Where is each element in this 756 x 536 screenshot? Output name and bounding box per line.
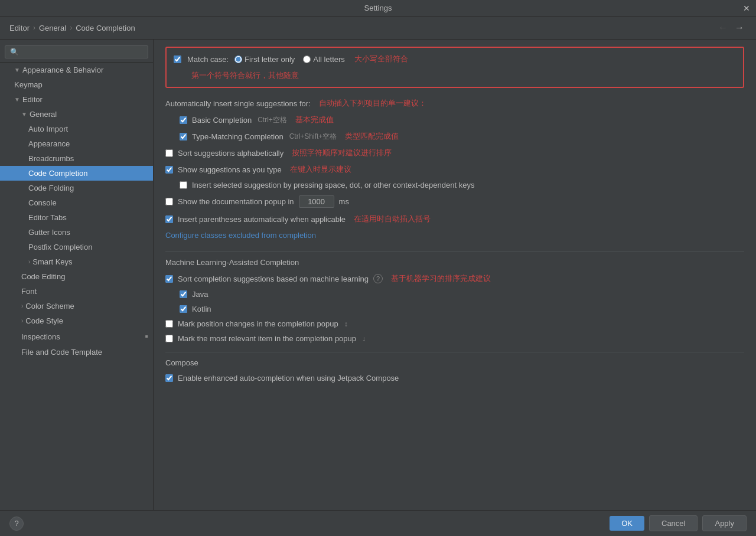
enable-enhanced-checkbox[interactable] [165,374,173,382]
basic-completion-checkbox[interactable] [180,116,187,124]
sidebar-item-label: Smart Keys [32,257,72,266]
type-matching-shortcut: Ctrl+Shift+空格 [289,132,337,142]
sort-by-ml-row: Sort completion suggestions based on mac… [165,270,744,287]
sort-alphabetically-checkbox[interactable] [165,149,173,157]
close-button[interactable]: ✕ [743,4,750,13]
all-letters-radio[interactable] [303,55,311,63]
sidebar-item-editor[interactable]: ▼ Editor [0,92,153,107]
mark-relevant-row: Mark the most relevant item in the compl… [165,331,744,346]
cancel-button[interactable]: Cancel [649,515,698,531]
mark-position-icon: ↕ [344,320,348,328]
insert-parentheses-row: Insert parentheses automatically when ap… [165,211,744,227]
type-matching-checkbox[interactable] [180,133,187,140]
type-matching-label: Type-Matching Completion [192,132,284,141]
java-row: Java [165,287,744,302]
sidebar-item-general[interactable]: ▼ General [0,107,153,122]
auto-insert-annotation: 自动插入下列项目的单一建议： [319,98,426,109]
breadcrumb-general[interactable]: General [39,24,66,32]
sidebar-item-postfix-completion[interactable]: Postfix Completion [0,240,153,254]
sidebar-item-console[interactable]: Console [0,195,153,210]
doc-popup-delay-input[interactable] [299,195,334,208]
sidebar-item-label: Font [21,287,37,296]
sidebar-item-editor-tabs[interactable]: Editor Tabs [0,210,153,225]
sort-by-ml-label: Sort completion suggestions based on mac… [178,274,369,283]
sidebar-item-code-editing[interactable]: Code Editing [0,269,153,284]
nav-forward-button[interactable]: → [732,21,747,34]
show-suggestions-row: Show suggestions as you type 在键入时显示建议 [165,161,744,178]
sidebar-item-label: Color Scheme [25,302,74,311]
sidebar-item-keymap[interactable]: Keymap [0,77,153,92]
match-case-label: Match case: [187,55,229,64]
type-matching-annotation: 类型匹配完成值 [345,131,399,142]
breadcrumb-code-completion: Code Completion [76,24,135,32]
sidebar-item-inspections[interactable]: Inspections ▪ [0,328,153,345]
sidebar-item-label: File and Code Template [21,348,102,357]
sidebar-item-auto-import[interactable]: Auto Import [0,122,153,136]
kotlin-checkbox[interactable] [180,305,187,313]
insert-by-space-label: Insert selected suggestion by pressing s… [192,181,474,189]
basic-completion-label: Basic Completion [192,116,252,125]
sidebar-search-container [0,42,153,63]
sidebar-item-breadcrumbs[interactable]: Breadcrumbs [0,151,153,166]
first-letter-label: First letter only [245,55,295,64]
show-suggestions-label: Show suggestions as you type [178,165,282,174]
match-case-checkbox[interactable] [174,55,181,63]
breadcrumb-sep-2: › [70,24,72,32]
show-suggestions-checkbox[interactable] [165,166,173,174]
doc-popup-unit: ms [339,197,349,206]
expand-icon: ▼ [21,111,27,117]
type-matching-row: Type-Matching Completion Ctrl+Shift+空格 类… [165,128,744,145]
section-divider-2 [165,352,744,352]
sort-alphabetically-row: Sort suggestions alphabetically 按照字符顺序对建… [165,145,744,161]
insert-parentheses-checkbox[interactable] [165,215,173,223]
sort-by-ml-annotation: 基于机器学习的排序完成建议 [391,273,491,284]
sidebar-item-code-style[interactable]: › Code Style [0,313,153,328]
match-case-annotation2: 第一个符号符合就行，其他随意 [191,71,299,80]
mark-relevant-checkbox[interactable] [165,335,173,342]
expand-icon: › [21,303,23,309]
mark-relevant-label: Mark the most relevant item in the compl… [178,334,356,343]
sidebar-item-color-scheme[interactable]: › Color Scheme [0,299,153,313]
first-letter-radio[interactable] [234,55,242,63]
sidebar-item-font[interactable]: Font [0,284,153,299]
java-label: Java [192,290,208,299]
ok-button[interactable]: OK [610,516,644,531]
breadcrumb-sep-1: › [33,24,35,32]
sidebar-item-code-folding[interactable]: Code Folding [0,181,153,195]
sidebar-item-label: Code Style [25,316,63,325]
show-suggestions-annotation: 在键入时显示建议 [290,164,351,175]
auto-insert-row: Automatically insert single suggestions … [165,95,744,112]
breadcrumb-editor[interactable]: Editor [9,24,30,32]
sidebar-item-appearance[interactable]: Appearance [0,136,153,151]
expand-icon: ▼ [14,96,20,103]
sidebar-search-input[interactable] [5,45,148,58]
show-doc-popup-label: Show the documentation popup in [178,197,294,206]
apply-button[interactable]: Apply [702,515,747,531]
sidebar-item-gutter-icons[interactable]: Gutter Icons [0,225,153,240]
basic-completion-row: Basic Completion Ctrl+空格 基本完成值 [165,112,744,128]
sidebar-item-label: Code Folding [28,184,74,192]
first-letter-radio-item[interactable]: First letter only [234,55,295,64]
configure-classes-link[interactable]: Configure classes excluded from completi… [165,231,316,240]
sort-by-ml-checkbox[interactable] [165,275,173,283]
sidebar-item-file-code-template[interactable]: File and Code Template [0,345,153,359]
compose-section-title: Compose [165,358,744,367]
java-checkbox[interactable] [180,290,187,298]
configure-link-container: Configure classes excluded from completi… [165,227,744,246]
basic-completion-annotation: 基本完成值 [295,115,334,125]
sidebar-item-label: Console [28,198,57,207]
sidebar-item-label: Appearance [28,139,70,148]
nav-back-button[interactable]: ← [716,21,730,34]
sidebar-item-label: Auto Import [28,125,68,133]
insert-by-space-checkbox[interactable] [180,181,187,189]
expand-icon: › [28,259,30,265]
sort-by-ml-help-icon[interactable]: ? [373,274,383,283]
mark-position-checkbox[interactable] [165,320,173,328]
all-letters-radio-item[interactable]: All letters [303,55,344,64]
sidebar-item-appearance-behavior[interactable]: ▼ Appearance & Behavior [0,63,153,77]
show-doc-popup-checkbox[interactable] [165,198,173,205]
help-button[interactable]: ? [9,517,24,531]
sidebar-item-code-completion[interactable]: Code Completion [0,166,153,181]
breadcrumb-bar: Editor › General › Code Completion ← → [0,17,756,40]
sidebar-item-smart-keys[interactable]: › Smart Keys [0,254,153,269]
